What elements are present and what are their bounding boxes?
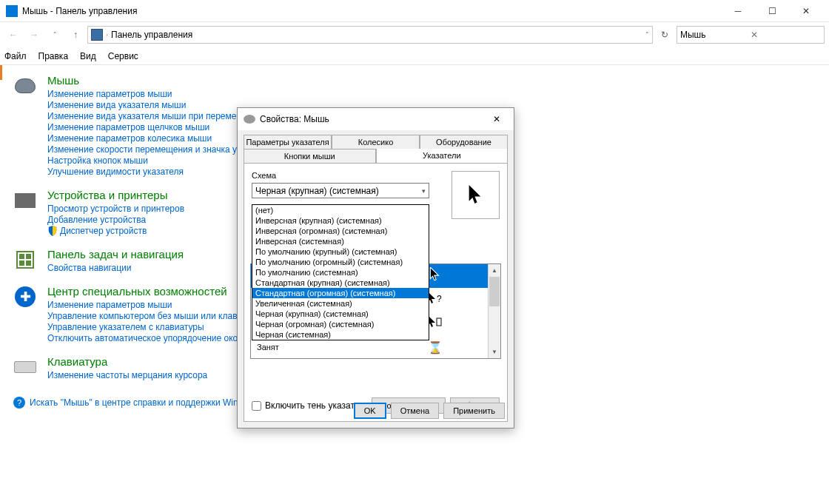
section-mouse-heading[interactable]: Мышь <box>47 74 301 87</box>
dropdown-item[interactable]: Инверсная (системная) <box>252 236 429 246</box>
refresh-button[interactable]: ↻ <box>656 26 674 44</box>
keyboard-link-0[interactable]: Изменение частоты мерцания курсора <box>47 370 207 380</box>
scheme-combo-value: Черная (крупная) (системная) <box>255 186 422 196</box>
section-keyboard-heading[interactable]: Клавиатура <box>47 355 207 368</box>
dropdown-item[interactable]: По умолчанию (крупный) (системная) <box>252 246 429 257</box>
access-link-2[interactable]: Управление указателем с клавиатуры <box>47 322 266 332</box>
tab-container: Параметры указателя Колесико Оборудовани… <box>238 130 514 163</box>
dropdown-item[interactable]: Инверсная (огромная) (системная) <box>252 226 429 236</box>
menu-edit[interactable]: Правка <box>38 51 69 61</box>
dropdown-item[interactable]: Увеличенная (системная) <box>252 298 429 309</box>
mouse-link-0[interactable]: Изменение параметров мыши <box>47 89 301 99</box>
shadow-checkbox-row[interactable]: Включить тень указателя <box>252 400 369 411</box>
keyboard-icon <box>14 361 36 373</box>
menu-service[interactable]: Сервис <box>108 51 138 61</box>
scheme-dropdown[interactable]: (нет) Инверсная (крупная) (системная) Ин… <box>252 204 429 340</box>
shield-icon <box>47 226 58 236</box>
help-icon: ? <box>13 397 25 409</box>
printers-link-1[interactable]: Добавление устройства <box>47 215 184 225</box>
minimize-button[interactable]: ─ <box>721 0 755 22</box>
cursor-preview <box>452 171 500 219</box>
access-link-1[interactable]: Управление компьютером без мыши или клав… <box>47 311 266 321</box>
printer-icon <box>15 193 36 208</box>
svg-text:?: ? <box>437 294 442 304</box>
address-bar[interactable]: › Панель управления ˅ <box>87 26 653 44</box>
up-button[interactable]: ↑ <box>67 26 84 44</box>
control-panel-icon <box>91 29 103 41</box>
dropdown-item[interactable]: Инверсная (крупная) (системная) <box>252 215 429 226</box>
recent-dropdown[interactable]: ˅ <box>46 26 64 44</box>
search-value: Мышь <box>680 30 751 40</box>
app-icon <box>6 5 18 17</box>
dialog-close-button[interactable]: ✕ <box>486 108 508 130</box>
window-title: Мышь - Панель управления <box>22 6 721 16</box>
address-text: Панель управления <box>111 30 192 40</box>
maximize-button[interactable]: ☐ <box>755 0 789 22</box>
printers-link-2[interactable]: Диспетчер устройств <box>47 226 184 236</box>
search-box[interactable]: Мышь ✕ <box>677 26 825 44</box>
access-link-3[interactable]: Отключить автоматическое упорядочение ок… <box>47 333 266 343</box>
tab-buttons[interactable]: Кнопки мыши <box>244 149 376 163</box>
dialog-title: Свойства: Мышь <box>260 114 481 124</box>
mouse-icon <box>15 78 36 93</box>
back-button[interactable]: ← <box>4 26 22 44</box>
clear-search-icon[interactable]: ✕ <box>751 30 821 40</box>
section-access-heading[interactable]: Центр специальных возможностей <box>47 285 266 298</box>
scroll-thumb[interactable] <box>489 277 500 306</box>
taskbar-link-0[interactable]: Свойства навигации <box>47 263 184 273</box>
section-taskbar-heading[interactable]: Панель задач и навигация <box>47 248 184 261</box>
mouse-properties-dialog: Свойства: Мышь ✕ Параметры указателя Кол… <box>237 107 514 429</box>
tab-pointer-options[interactable]: Параметры указателя <box>244 135 332 149</box>
tab-pointers[interactable]: Указатели <box>376 149 509 163</box>
forward-button[interactable]: → <box>25 26 43 44</box>
dialog-titlebar: Свойства: Мышь ✕ <box>238 108 514 130</box>
taskbar-icon <box>16 251 34 269</box>
dropdown-item[interactable]: Стандартная (крупная) (системная) <box>252 278 429 288</box>
dialog-mouse-icon <box>244 115 255 124</box>
menu-file[interactable]: Файл <box>4 51 27 61</box>
titlebar: Мышь - Панель управления ─ ☐ ✕ <box>0 0 829 22</box>
close-button[interactable]: ✕ <box>789 0 823 22</box>
apply-button[interactable]: Применить <box>443 403 505 419</box>
chevron-down-icon: ▾ <box>422 187 426 195</box>
accessibility-icon: ✚ <box>15 286 36 307</box>
tab-hardware[interactable]: Оборудование <box>420 135 508 149</box>
printers-link-0[interactable]: Просмотр устройств и принтеров <box>47 204 184 214</box>
dropdown-item[interactable]: Черная (системная) <box>252 329 429 340</box>
scroll-up-icon[interactable]: ▲ <box>489 264 500 277</box>
scrollbar[interactable]: ▲ ▼ <box>488 264 500 358</box>
tab-wheel[interactable]: Колесико <box>332 135 420 149</box>
cancel-button[interactable]: Отмена <box>391 403 439 419</box>
hourglass-glyph: ⌛ <box>376 340 495 355</box>
dialog-buttons: OK Отмена Применить <box>354 403 505 419</box>
tab-body: Схема Черная (крупная) (системная) ▾ (не… <box>244 163 508 422</box>
dropdown-item[interactable]: Черная (огромная) (системная) <box>252 319 429 329</box>
dropdown-item[interactable]: По умолчанию (системная) <box>252 267 429 278</box>
shadow-checkbox[interactable] <box>252 401 261 411</box>
dropdown-item[interactable]: Черная (крупная) (системная) <box>252 309 429 319</box>
scheme-combo[interactable]: Черная (крупная) (системная) ▾ <box>252 183 429 198</box>
svg-rect-1 <box>437 318 441 326</box>
access-link-0[interactable]: Изменение параметров мыши <box>47 300 266 310</box>
dropdown-item-selected[interactable]: Стандартная (огромная) (системная) <box>252 288 429 298</box>
accent-stripe <box>0 65 2 80</box>
ok-button[interactable]: OK <box>354 403 386 419</box>
navbar: ← → ˅ ↑ › Панель управления ˅ ↻ Мышь ✕ <box>0 22 829 47</box>
scroll-down-icon[interactable]: ▼ <box>489 346 500 358</box>
menubar: Файл Правка Вид Сервис <box>0 47 829 65</box>
menu-view[interactable]: Вид <box>80 51 96 61</box>
dropdown-item[interactable]: По умолчанию (огромный) (системная) <box>252 257 429 267</box>
section-printers-heading[interactable]: Устройства и принтеры <box>47 189 184 201</box>
dropdown-item[interactable]: (нет) <box>252 205 429 215</box>
